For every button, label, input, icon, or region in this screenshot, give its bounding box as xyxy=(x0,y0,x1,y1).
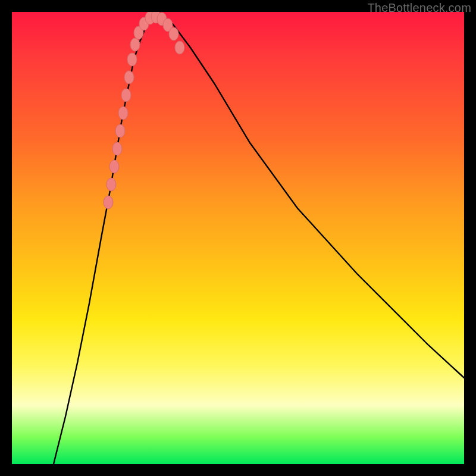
curve-markers xyxy=(104,12,184,209)
curve-marker xyxy=(127,53,137,66)
curve-marker xyxy=(121,89,131,102)
curve-marker xyxy=(118,107,128,120)
curve-marker xyxy=(175,41,184,54)
chart-svg xyxy=(12,12,464,464)
curve-marker xyxy=(130,38,140,51)
curve-marker xyxy=(169,27,178,40)
curve-marker xyxy=(124,71,134,84)
curve-marker xyxy=(112,142,122,155)
curve-marker xyxy=(107,178,116,191)
curve-marker xyxy=(115,124,125,137)
curve-marker xyxy=(104,196,113,209)
gradient-plot-area xyxy=(12,12,464,464)
watermark-text: TheBottleneck.com xyxy=(367,1,471,15)
curve-marker xyxy=(109,160,119,173)
bottleneck-curve xyxy=(54,15,464,464)
